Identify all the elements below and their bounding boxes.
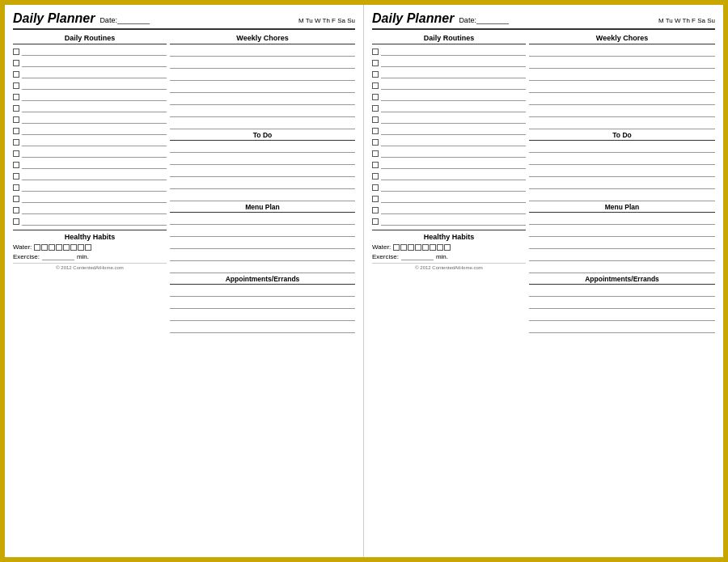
exercise-label-2: Exercise: (372, 253, 399, 260)
checkbox[interactable] (13, 150, 19, 157)
line (22, 195, 167, 203)
page-2-weekly-chores-header: Weekly Chores (529, 34, 715, 44)
checkbox[interactable] (13, 162, 19, 168)
pages-container: Daily Planner Date:________ M Tu W Th F … (5, 5, 723, 557)
checkbox[interactable] (372, 150, 379, 157)
line (381, 70, 526, 78)
line (22, 161, 167, 169)
checkbox[interactable] (13, 94, 19, 100)
todo-line (529, 142, 715, 153)
checkbox[interactable] (13, 128, 19, 134)
checkbox[interactable] (13, 49, 19, 55)
menu-line (529, 239, 715, 249)
page-1-right-col: Weekly Chores To Do (170, 34, 355, 535)
checkbox[interactable] (372, 162, 379, 168)
checkbox[interactable] (13, 184, 19, 191)
water-box[interactable] (70, 244, 77, 251)
checkbox-row (13, 69, 167, 79)
appt-line (170, 323, 355, 333)
chore-line (170, 82, 355, 93)
line (22, 127, 167, 135)
checkbox[interactable] (13, 173, 19, 180)
checkbox[interactable] (372, 218, 379, 225)
checkbox[interactable] (13, 116, 19, 123)
checkbox[interactable] (372, 82, 379, 89)
todo-line (170, 167, 355, 177)
line (381, 195, 526, 203)
water-box[interactable] (408, 244, 414, 251)
checkbox[interactable] (372, 196, 379, 202)
checkbox-row (372, 137, 526, 147)
water-box[interactable] (415, 244, 421, 251)
line (22, 82, 167, 90)
checkbox[interactable] (372, 71, 379, 78)
menu-line (529, 214, 715, 225)
checkbox-row (372, 46, 526, 57)
page-2-healthy-habits: Healthy Habits Water: (372, 230, 526, 260)
checkbox-row (372, 148, 526, 158)
line (22, 184, 167, 192)
water-box[interactable] (444, 244, 451, 251)
line (381, 127, 526, 135)
checkbox[interactable] (372, 116, 379, 123)
todo-line (170, 191, 355, 201)
chore-line (170, 95, 355, 105)
water-box[interactable] (393, 244, 400, 251)
water-box[interactable] (400, 244, 407, 251)
checkbox[interactable] (372, 184, 379, 191)
appt-lines-2 (529, 286, 715, 333)
todo-line (529, 179, 715, 189)
checkbox[interactable] (13, 207, 19, 213)
chore-line (170, 70, 355, 81)
line (381, 150, 526, 158)
water-box[interactable] (41, 244, 48, 251)
water-label: Water: (13, 243, 32, 251)
page-2-left-col: Daily Routines (372, 34, 526, 535)
checkbox[interactable] (372, 105, 379, 112)
water-boxes-2 (393, 244, 451, 251)
water-box[interactable] (49, 244, 55, 251)
checkbox[interactable] (13, 82, 19, 89)
water-box[interactable] (78, 244, 84, 251)
checkbox[interactable] (372, 94, 379, 100)
water-box[interactable] (422, 244, 429, 251)
line (381, 206, 526, 214)
line (381, 116, 526, 124)
exercise-line (42, 252, 74, 260)
line (22, 116, 167, 124)
checkbox[interactable] (13, 218, 19, 225)
checkbox[interactable] (13, 105, 19, 112)
checkbox[interactable] (372, 128, 379, 134)
checkbox-row (13, 171, 167, 181)
checkbox[interactable] (13, 71, 19, 78)
checkbox-row (13, 125, 167, 136)
checkbox[interactable] (13, 60, 19, 66)
water-box[interactable] (430, 244, 436, 251)
checkbox[interactable] (372, 173, 379, 180)
checkbox[interactable] (372, 207, 379, 213)
menu-lines-2 (529, 214, 715, 273)
checkbox-row (372, 216, 526, 226)
checkbox-row (13, 46, 167, 57)
menu-line (170, 214, 355, 225)
checkbox-row (13, 216, 167, 226)
page-2-right-col: Weekly Chores To Do (529, 34, 715, 535)
water-box[interactable] (63, 244, 70, 251)
checkbox[interactable] (13, 139, 19, 146)
line (22, 206, 167, 214)
chore-line (170, 107, 355, 117)
water-box[interactable] (34, 244, 40, 251)
todo-line (529, 191, 715, 201)
checkbox[interactable] (372, 49, 379, 55)
checkbox[interactable] (13, 196, 19, 202)
checkbox-row (372, 91, 526, 102)
menu-line (529, 226, 715, 237)
checkbox[interactable] (372, 139, 379, 146)
page-2-menu-header: Menu Plan (529, 203, 715, 213)
water-box[interactable] (437, 244, 443, 251)
checkbox[interactable] (372, 60, 379, 66)
exercise-suffix: min. (77, 253, 89, 260)
checkbox-row (13, 148, 167, 158)
water-box[interactable] (85, 244, 91, 251)
water-box[interactable] (56, 244, 62, 251)
